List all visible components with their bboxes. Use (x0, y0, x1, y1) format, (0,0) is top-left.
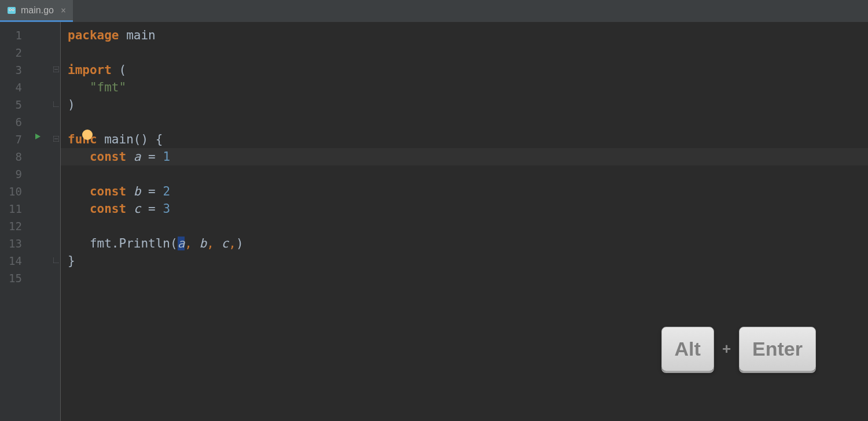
close-icon[interactable]: × (61, 5, 66, 16)
code-line[interactable]: package main (61, 27, 868, 44)
line-number: 3 (0, 61, 29, 79)
code-line[interactable]: "fmt" (61, 79, 868, 96)
tab-bar: main.go × (0, 0, 868, 22)
line-number: 14 (0, 252, 29, 269)
code-line[interactable]: } (61, 252, 868, 269)
tab-filename: main.go (21, 5, 54, 16)
code-line[interactable]: fmt.Println(a, b, c,) (61, 235, 868, 252)
gutter-icons (29, 22, 60, 421)
go-file-icon (7, 6, 16, 15)
line-number: 12 (0, 217, 29, 235)
line-number-gutter: 1 2 3 4 5 6 7 8 9 10 11 12 13 14 15 (0, 22, 29, 421)
file-tab-main-go[interactable]: main.go × (0, 0, 73, 22)
line-number: 10 (0, 183, 29, 200)
fold-end-icon[interactable] (53, 96, 59, 113)
keycap-enter: Enter (739, 327, 816, 371)
svg-point-3 (10, 9, 11, 10)
code-line[interactable] (61, 44, 868, 61)
svg-rect-0 (8, 7, 16, 14)
cursor-indicator (82, 130, 93, 140)
code-line[interactable] (61, 217, 868, 235)
fold-icon[interactable] (53, 61, 59, 79)
code-line[interactable]: const c = 3 (61, 200, 868, 217)
line-number: 15 (0, 269, 29, 287)
plus-icon: + (722, 340, 731, 358)
code-line[interactable]: func main() { (61, 131, 868, 148)
line-number: 11 (0, 200, 29, 217)
code-line[interactable]: const b = 2 (61, 183, 868, 200)
line-number: 7 (0, 131, 29, 148)
code-line[interactable] (61, 165, 868, 183)
code-line[interactable] (61, 269, 868, 287)
svg-point-4 (13, 9, 14, 10)
line-number: 9 (0, 165, 29, 183)
line-number: 2 (0, 44, 29, 61)
run-icon[interactable] (34, 132, 42, 143)
code-line[interactable]: import ( (61, 61, 868, 79)
keycap-alt: Alt (661, 327, 714, 371)
line-number: 1 (0, 27, 29, 44)
line-number: 4 (0, 79, 29, 96)
line-number: 6 (0, 113, 29, 131)
line-number: 13 (0, 235, 29, 252)
code-line[interactable] (61, 113, 868, 131)
shortcut-hint: Alt + Enter (661, 327, 816, 371)
line-number: 8 (0, 148, 29, 165)
code-line[interactable]: ) (61, 96, 868, 113)
fold-icon[interactable] (53, 131, 59, 148)
line-number: 5 (0, 96, 29, 113)
fold-end-icon[interactable] (53, 252, 59, 269)
code-line-active[interactable]: const a = 1 (61, 148, 868, 165)
